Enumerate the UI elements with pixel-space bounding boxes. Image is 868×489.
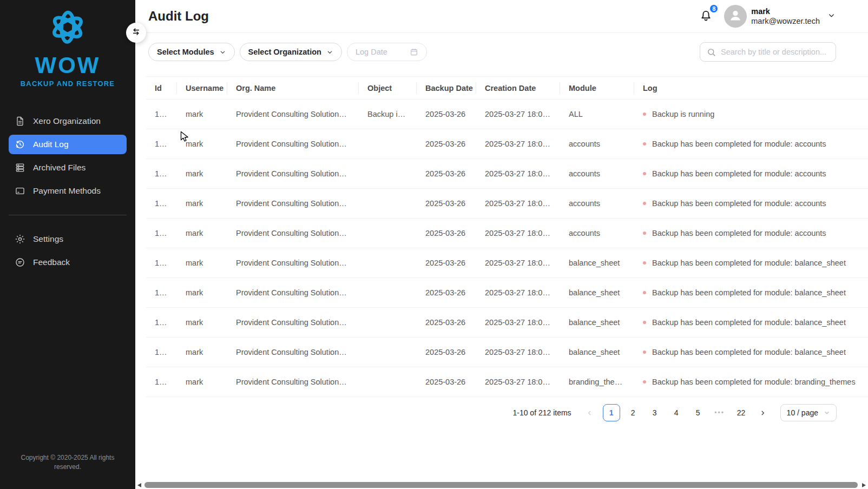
cell-object	[359, 248, 417, 278]
select-organization-dropdown[interactable]: Select Organization	[240, 43, 342, 61]
sidebar-item-label: Audit Log	[33, 140, 69, 149]
pagination-prev-button[interactable]	[581, 404, 599, 421]
sidebar-item-archived-files[interactable]: Archived Files	[9, 158, 127, 177]
column-header-creation-date: Creation Date	[476, 77, 560, 100]
sidebar: WOW BACKUP AND RESTORE Xero Organization…	[0, 0, 135, 489]
pagination-next-button[interactable]	[754, 404, 772, 421]
calendar-icon	[410, 48, 418, 56]
cell-creation-date: 2025-03-27 18:07:35	[476, 189, 560, 219]
cell-module: ALL	[560, 100, 634, 129]
pagination-page-5[interactable]: 5	[689, 404, 707, 421]
column-header-log: Log	[634, 77, 868, 100]
user-menu-button[interactable]	[827, 11, 836, 22]
cell-creation-date: 2025-03-27 18:08:11	[476, 308, 560, 338]
cell-id: 1211	[146, 159, 177, 189]
pagination-page-3[interactable]: 3	[646, 404, 663, 421]
avatar[interactable]	[724, 5, 747, 28]
logo: WOW BACKUP AND RESTORE	[0, 0, 135, 88]
cell-username: mark	[177, 159, 227, 189]
log-status-dot	[643, 321, 646, 324]
cell-username: mark	[177, 100, 227, 129]
notifications-button[interactable]: 8	[699, 8, 713, 25]
cell-log: Backup has been completed for module: ac…	[634, 159, 868, 189]
sidebar-item-audit-log[interactable]: Audit Log	[9, 135, 127, 154]
cell-backup-date: 2025-03-26	[417, 100, 476, 129]
main-content: Audit Log 8	[135, 0, 868, 489]
cell-log: Backup has been completed for module: ba…	[634, 308, 868, 338]
cell-org-name: Provident Consulting Solutions Inc	[227, 189, 359, 219]
cell-org-name: Provident Consulting Solutions Inc	[227, 338, 359, 367]
cell-org-name: Provident Consulting Solutions Inc	[227, 100, 359, 129]
pagination: 1-10 of 212 items 12345•••2210 / page	[135, 397, 868, 421]
log-status-dot	[643, 172, 646, 175]
document-icon	[15, 116, 25, 127]
sidebar-item-label: Xero Organization	[33, 116, 101, 126]
cell-username: mark	[177, 308, 227, 338]
topbar-right: 8 mark mark@wowzer.tech	[699, 5, 836, 28]
cell-module: accounts	[560, 129, 634, 159]
table-row: 1218markProvident Consulting Solutions I…	[146, 367, 868, 397]
sidebar-collapse-button[interactable]	[126, 23, 146, 43]
cell-object	[359, 308, 417, 338]
cell-id: 1209	[146, 100, 177, 129]
cell-module: balance_sheet	[560, 338, 634, 367]
chevron-down-icon	[827, 11, 836, 22]
sidebar-item-settings[interactable]: Settings	[9, 229, 127, 249]
log-status-dot	[643, 142, 646, 146]
cell-module: accounts	[560, 159, 634, 189]
person-icon	[727, 7, 744, 25]
page-size-select[interactable]: 10 / page	[780, 404, 837, 421]
cell-username: mark	[177, 248, 227, 278]
sidebar-item-xero-organization[interactable]: Xero Organization	[9, 111, 127, 131]
cell-org-name: Provident Consulting Solutions Inc	[227, 308, 359, 338]
search-box[interactable]	[700, 42, 836, 62]
cell-id: 1215	[146, 278, 177, 308]
feedback-icon	[15, 257, 25, 268]
table-row: 1215markProvident Consulting Solutions I…	[146, 278, 868, 308]
user-info[interactable]: mark mark@wowzer.tech	[751, 6, 820, 26]
pagination-page-2[interactable]: 2	[624, 404, 642, 421]
select-organization-label: Select Organization	[248, 48, 321, 56]
scroll-left-arrow[interactable]	[137, 483, 141, 487]
cell-org-name: Provident Consulting Solutions Inc	[227, 159, 359, 189]
cell-creation-date: 2025-03-27 18:07:52	[476, 248, 560, 278]
log-message: Backup is running	[652, 110, 714, 118]
cell-backup-date: 2025-03-26	[417, 159, 476, 189]
cell-module: accounts	[560, 189, 634, 219]
cell-org-name: Provident Consulting Solutions Inc	[227, 248, 359, 278]
log-date-input[interactable]	[356, 48, 404, 56]
scrollbar-thumb[interactable]	[144, 482, 858, 488]
scroll-right-arrow[interactable]	[862, 483, 866, 487]
copyright-text: Copyright © 2020-2025 All rights reserve…	[15, 453, 121, 472]
column-header-object: Object	[359, 77, 417, 100]
cell-id: 1216	[146, 308, 177, 338]
cell-id: 1218	[146, 367, 177, 397]
user-name: mark	[751, 6, 820, 16]
select-modules-dropdown[interactable]: Select Modules	[148, 43, 235, 61]
pagination-page-4[interactable]: 4	[668, 404, 685, 421]
cell-username: mark	[177, 219, 227, 248]
swap-arrows-icon	[131, 27, 141, 39]
sidebar-item-payment-methods[interactable]: Payment Methods	[9, 181, 127, 201]
table-row: 1213markProvident Consulting Solutions I…	[146, 219, 868, 248]
cell-log: Backup has been completed for module: ba…	[634, 278, 868, 308]
credit-card-icon	[15, 186, 25, 196]
log-date-picker[interactable]	[347, 43, 427, 61]
search-input[interactable]	[721, 48, 829, 56]
cell-object	[359, 159, 417, 189]
sidebar-item-feedback[interactable]: Feedback	[9, 253, 127, 272]
pagination-jump-next[interactable]: •••	[711, 404, 728, 421]
cell-log: Backup has been completed for module: ac…	[634, 129, 868, 159]
table-row: 1210markProvident Consulting Solutions I…	[146, 129, 868, 159]
log-status-dot	[643, 202, 646, 205]
pagination-page-1[interactable]: 1	[603, 404, 620, 421]
cell-creation-date: 2025-03-27 18:07:42	[476, 219, 560, 248]
column-header-backup-date: Backup Date	[417, 77, 476, 100]
cell-creation-date: 2025-03-27 18:08:00	[476, 278, 560, 308]
cell-object	[359, 189, 417, 219]
pagination-page-22[interactable]: 22	[733, 404, 750, 421]
cell-creation-date: 2025-03-27 18:07:24	[476, 159, 560, 189]
log-message: Backup has been completed for module: ba…	[652, 288, 846, 297]
log-status-dot	[643, 113, 646, 116]
filter-row: Select Modules Select Organization	[135, 33, 868, 62]
